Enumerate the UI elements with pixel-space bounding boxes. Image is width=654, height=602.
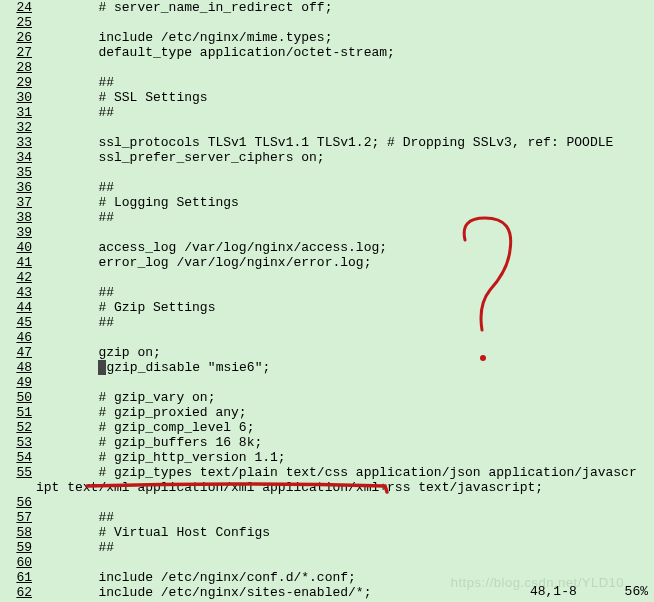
line-number: 30 bbox=[0, 90, 34, 105]
code-text: ## bbox=[34, 315, 114, 330]
code-line[interactable]: 33 ssl_protocols TLSv1 TLSv1.1 TLSv1.2; … bbox=[0, 135, 654, 150]
code-line[interactable]: ipt text/xml application/xml application… bbox=[0, 480, 654, 495]
code-line[interactable]: 34 ssl_prefer_server_ciphers on; bbox=[0, 150, 654, 165]
line-number: 60 bbox=[0, 555, 34, 570]
code-line[interactable]: 53 # gzip_buffers 16 8k; bbox=[0, 435, 654, 450]
line-number: 56 bbox=[0, 495, 34, 510]
code-line[interactable]: 52 # gzip_comp_level 6; bbox=[0, 420, 654, 435]
line-number: 33 bbox=[0, 135, 34, 150]
code-line[interactable]: 41 error_log /var/log/nginx/error.log; bbox=[0, 255, 654, 270]
code-line[interactable]: 47 gzip on; bbox=[0, 345, 654, 360]
code-text: ## bbox=[34, 510, 114, 525]
code-text bbox=[34, 15, 36, 30]
line-number: 35 bbox=[0, 165, 34, 180]
code-line[interactable]: 36 ## bbox=[0, 180, 654, 195]
code-line[interactable]: 54 # gzip_http_version 1.1; bbox=[0, 450, 654, 465]
line-number: 42 bbox=[0, 270, 34, 285]
code-line[interactable]: 42 bbox=[0, 270, 654, 285]
code-line[interactable]: 44 # Gzip Settings bbox=[0, 300, 654, 315]
scroll-percentage: 56% bbox=[625, 584, 648, 599]
line-number: 54 bbox=[0, 450, 34, 465]
code-text: # server_name_in_redirect off; bbox=[34, 0, 332, 15]
line-number: 24 bbox=[0, 0, 34, 15]
line-number: 43 bbox=[0, 285, 34, 300]
code-text bbox=[34, 555, 36, 570]
code-line[interactable]: 60 bbox=[0, 555, 654, 570]
code-text: ## bbox=[34, 285, 114, 300]
code-line[interactable]: 56 bbox=[0, 495, 654, 510]
code-text: ## bbox=[34, 540, 114, 555]
code-line[interactable]: 58 # Virtual Host Configs bbox=[0, 525, 654, 540]
code-text: access_log /var/log/nginx/access.log; bbox=[34, 240, 387, 255]
line-number bbox=[0, 480, 34, 495]
code-text: # gzip_http_version 1.1; bbox=[34, 450, 286, 465]
line-number: 45 bbox=[0, 315, 34, 330]
code-line[interactable]: 35 bbox=[0, 165, 654, 180]
line-number: 28 bbox=[0, 60, 34, 75]
code-text bbox=[34, 330, 36, 345]
code-line[interactable]: 43 ## bbox=[0, 285, 654, 300]
code-line[interactable]: 49 bbox=[0, 375, 654, 390]
code-text bbox=[34, 495, 36, 510]
line-number: 48 bbox=[0, 360, 34, 375]
code-text: # Gzip Settings bbox=[34, 300, 215, 315]
code-line[interactable]: 48 gzip_disable "msie6"; bbox=[0, 360, 654, 375]
code-text: # gzip_proxied any; bbox=[34, 405, 247, 420]
code-line[interactable]: 40 access_log /var/log/nginx/access.log; bbox=[0, 240, 654, 255]
code-line[interactable]: 38 ## bbox=[0, 210, 654, 225]
line-number: 51 bbox=[0, 405, 34, 420]
line-number: 55 bbox=[0, 465, 34, 480]
line-number: 57 bbox=[0, 510, 34, 525]
code-text: ## bbox=[34, 180, 114, 195]
line-number: 58 bbox=[0, 525, 34, 540]
code-text: ssl_protocols TLSv1 TLSv1.1 TLSv1.2; # D… bbox=[34, 135, 613, 150]
code-line[interactable]: 46 bbox=[0, 330, 654, 345]
code-text: default_type application/octet-stream; bbox=[34, 45, 395, 60]
code-text: # gzip_types text/plain text/css applica… bbox=[34, 465, 637, 480]
code-text: # Virtual Host Configs bbox=[34, 525, 270, 540]
code-text: ## bbox=[34, 210, 114, 225]
code-line[interactable]: 59 ## bbox=[0, 540, 654, 555]
code-text: ipt text/xml application/xml application… bbox=[34, 480, 543, 495]
code-text: # SSL Settings bbox=[34, 90, 208, 105]
line-number: 46 bbox=[0, 330, 34, 345]
code-text: # gzip_vary on; bbox=[34, 390, 215, 405]
code-text bbox=[34, 165, 36, 180]
code-line[interactable]: 30 # SSL Settings bbox=[0, 90, 654, 105]
code-line[interactable]: 24 # server_name_in_redirect off; bbox=[0, 0, 654, 15]
code-line[interactable]: 25 bbox=[0, 15, 654, 30]
line-number: 31 bbox=[0, 105, 34, 120]
code-editor[interactable]: 24 # server_name_in_redirect off;2526 in… bbox=[0, 0, 654, 602]
line-number: 47 bbox=[0, 345, 34, 360]
line-number: 37 bbox=[0, 195, 34, 210]
code-text: include /etc/nginx/sites-enabled/*; bbox=[34, 585, 371, 600]
code-text: gzip on; bbox=[34, 345, 161, 360]
code-line[interactable]: 51 # gzip_proxied any; bbox=[0, 405, 654, 420]
line-number: 39 bbox=[0, 225, 34, 240]
line-number: 25 bbox=[0, 15, 34, 30]
code-line[interactable]: 27 default_type application/octet-stream… bbox=[0, 45, 654, 60]
line-number: 59 bbox=[0, 540, 34, 555]
code-text bbox=[34, 120, 36, 135]
line-number: 41 bbox=[0, 255, 34, 270]
code-text: error_log /var/log/nginx/error.log; bbox=[34, 255, 371, 270]
code-line[interactable]: 29 ## bbox=[0, 75, 654, 90]
code-line[interactable]: 37 # Logging Settings bbox=[0, 195, 654, 210]
code-line[interactable]: 55 # gzip_types text/plain text/css appl… bbox=[0, 465, 654, 480]
code-line[interactable]: 28 bbox=[0, 60, 654, 75]
code-line[interactable]: 57 ## bbox=[0, 510, 654, 525]
code-text: ## bbox=[34, 75, 114, 90]
code-text: include /etc/nginx/mime.types; bbox=[34, 30, 332, 45]
line-number: 26 bbox=[0, 30, 34, 45]
code-line[interactable]: 45 ## bbox=[0, 315, 654, 330]
line-number: 38 bbox=[0, 210, 34, 225]
code-line[interactable]: 26 include /etc/nginx/mime.types; bbox=[0, 30, 654, 45]
code-line[interactable]: 39 bbox=[0, 225, 654, 240]
line-number: 29 bbox=[0, 75, 34, 90]
code-line[interactable]: 32 bbox=[0, 120, 654, 135]
code-text: ## bbox=[34, 105, 114, 120]
code-text: ssl_prefer_server_ciphers on; bbox=[34, 150, 325, 165]
code-text: # gzip_buffers 16 8k; bbox=[34, 435, 262, 450]
code-line[interactable]: 31 ## bbox=[0, 105, 654, 120]
code-line[interactable]: 50 # gzip_vary on; bbox=[0, 390, 654, 405]
